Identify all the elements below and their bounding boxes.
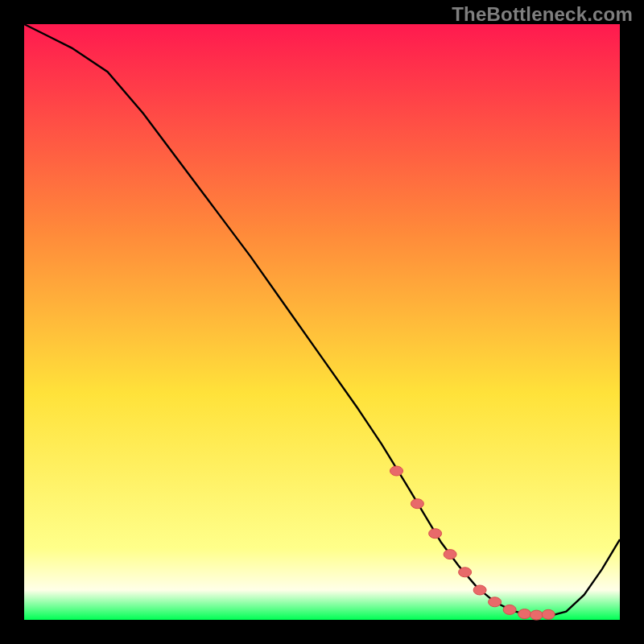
marker-dot (429, 529, 442, 539)
marker-dot (489, 597, 502, 607)
marker-dot (473, 585, 486, 595)
marker-dot (411, 499, 423, 509)
chart-frame: TheBottleneck.com (0, 0, 644, 644)
marker-dot (459, 568, 472, 577)
marker-dot (444, 550, 456, 559)
gradient-background (24, 24, 620, 620)
marker-dot (542, 609, 555, 619)
bottleneck-chart (0, 0, 644, 644)
marker-dot (530, 610, 543, 620)
marker-dot (390, 466, 403, 476)
marker-dot (503, 605, 516, 614)
marker-dot (518, 609, 531, 619)
